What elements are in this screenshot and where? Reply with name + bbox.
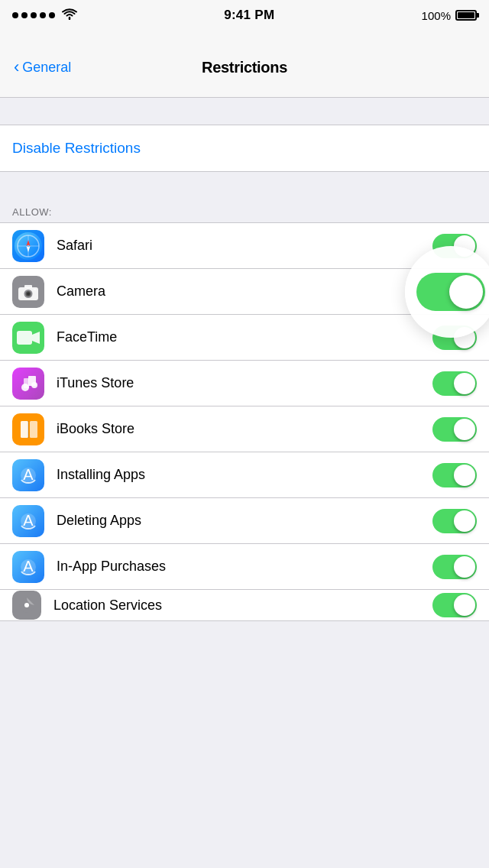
svg-rect-11 bbox=[34, 289, 36, 290]
disable-restrictions-section: Disable Restrictions bbox=[0, 125, 489, 172]
ibooks-icon bbox=[12, 413, 44, 445]
signal-dots bbox=[12, 12, 55, 18]
svg-rect-12 bbox=[17, 331, 32, 345]
status-right: 100% bbox=[422, 9, 477, 22]
svg-rect-10 bbox=[24, 285, 32, 288]
deleting-apps-toggle[interactable] bbox=[432, 509, 477, 533]
itunes-toggle-thumb bbox=[454, 373, 475, 394]
location-services-toggle-thumb bbox=[454, 594, 475, 616]
facetime-icon bbox=[12, 322, 44, 354]
deleting-apps-toggle-thumb bbox=[454, 510, 475, 532]
location-services-toggle[interactable] bbox=[432, 593, 477, 617]
ibooks-row: iBooks Store bbox=[0, 406, 489, 452]
disable-restrictions-row[interactable]: Disable Restrictions bbox=[0, 125, 489, 171]
inapp-purchases-toggle[interactable] bbox=[432, 555, 477, 579]
camera-toggle-thumb bbox=[454, 281, 475, 303]
svg-text:A: A bbox=[23, 512, 34, 529]
signal-dot-3 bbox=[31, 12, 37, 18]
nav-bar: ‹ General Restrictions bbox=[0, 31, 489, 98]
battery-icon bbox=[455, 10, 477, 21]
svg-point-9 bbox=[27, 292, 30, 295]
back-label: General bbox=[22, 60, 71, 76]
installing-apps-label: Installing Apps bbox=[57, 467, 432, 483]
deleting-apps-row: A Deleting Apps bbox=[0, 498, 489, 544]
page-title: Restrictions bbox=[202, 59, 287, 76]
safari-toggle[interactable] bbox=[432, 234, 477, 258]
location-services-label: Location Services bbox=[53, 598, 432, 614]
svg-rect-19 bbox=[30, 421, 37, 438]
safari-toggle-thumb bbox=[454, 235, 475, 257]
wifi-icon bbox=[62, 8, 77, 23]
svg-rect-16 bbox=[28, 376, 36, 386]
middle-gap bbox=[0, 172, 489, 199]
location-services-icon bbox=[12, 591, 41, 620]
installing-apps-row: A Installing Apps bbox=[0, 452, 489, 498]
safari-icon bbox=[12, 230, 44, 262]
itunes-label: iTunes Store bbox=[57, 375, 432, 391]
facetime-toggle[interactable] bbox=[432, 326, 477, 350]
inapp-purchases-toggle-thumb bbox=[454, 556, 475, 578]
svg-rect-17 bbox=[24, 378, 29, 388]
signal-dot-2 bbox=[21, 12, 28, 18]
safari-label: Safari bbox=[57, 238, 432, 254]
facetime-row: FaceTime bbox=[0, 315, 489, 361]
svg-marker-13 bbox=[32, 332, 40, 344]
location-services-row: Location Services bbox=[0, 590, 489, 620]
battery-percentage: 100% bbox=[422, 9, 451, 22]
facetime-toggle-thumb bbox=[454, 327, 475, 348]
signal-dot-1 bbox=[12, 12, 18, 18]
installing-apps-toggle[interactable] bbox=[432, 463, 477, 487]
svg-rect-18 bbox=[21, 421, 28, 438]
safari-row: Safari bbox=[0, 223, 489, 269]
status-bar: 9:41 PM 100% bbox=[0, 0, 489, 31]
deleting-apps-icon: A bbox=[12, 505, 44, 537]
installing-apps-toggle-thumb bbox=[454, 465, 475, 486]
status-left bbox=[12, 8, 77, 23]
itunes-icon bbox=[12, 368, 44, 400]
allow-section-label: ALLOW: bbox=[0, 199, 489, 222]
svg-text:A: A bbox=[23, 558, 34, 575]
top-gap bbox=[0, 98, 489, 125]
deleting-apps-label: Deleting Apps bbox=[57, 513, 432, 529]
inapp-purchases-row: A In-App Purchases bbox=[0, 544, 489, 590]
svg-text:A: A bbox=[23, 466, 34, 483]
signal-dot-4 bbox=[40, 12, 46, 18]
ibooks-label: iBooks Store bbox=[57, 421, 432, 437]
back-chevron-icon: ‹ bbox=[14, 59, 19, 76]
ibooks-toggle[interactable] bbox=[432, 417, 477, 442]
inapp-purchases-icon: A bbox=[12, 551, 44, 583]
ibooks-toggle-thumb bbox=[454, 419, 475, 440]
allow-list: Safari Camera bbox=[0, 222, 489, 621]
camera-icon bbox=[12, 276, 44, 308]
camera-label: Camera bbox=[57, 283, 432, 300]
itunes-row: iTunes Store bbox=[0, 361, 489, 406]
facetime-label: FaceTime bbox=[57, 329, 432, 345]
camera-row: Camera bbox=[0, 269, 489, 315]
svg-point-27 bbox=[24, 603, 29, 607]
status-time: 9:41 PM bbox=[224, 8, 274, 23]
disable-restrictions-button[interactable]: Disable Restrictions bbox=[12, 140, 141, 157]
installing-apps-icon: A bbox=[12, 459, 44, 491]
inapp-purchases-label: In-App Purchases bbox=[57, 559, 432, 575]
back-button[interactable]: ‹ General bbox=[8, 53, 77, 82]
signal-dot-5 bbox=[49, 12, 55, 18]
itunes-toggle[interactable] bbox=[432, 371, 477, 396]
